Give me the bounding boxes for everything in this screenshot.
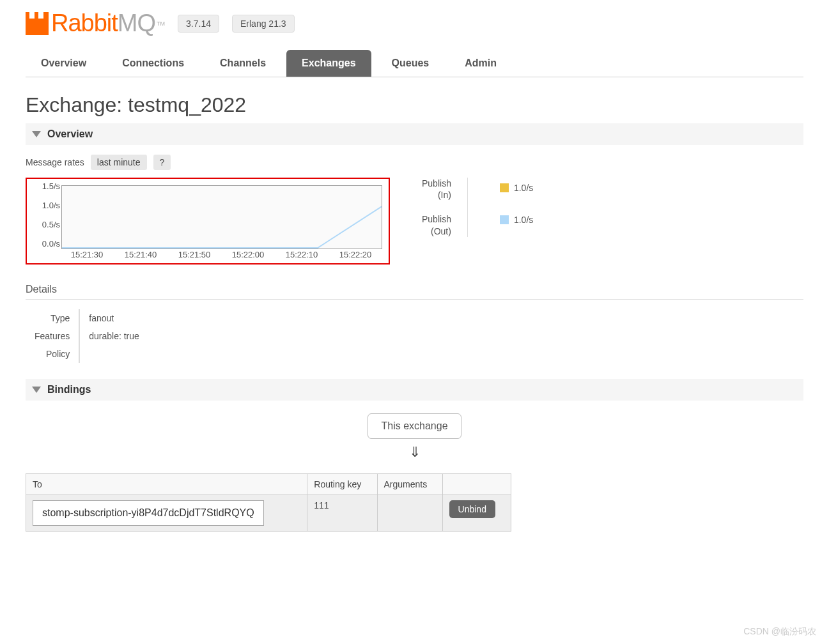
rates-chart-highlight: 1.5/s 1.0/s 0.5/s 0.0/s 15:21:30 15:21:4… [26, 178, 390, 264]
rates-chart: 1.5/s 1.0/s 0.5/s 0.0/s 15:21:30 15:21:4… [31, 183, 385, 259]
rates-legend-values: 1.0/s 1.0/s [500, 178, 533, 225]
page-title: Exchange: testmq_2022 [26, 93, 803, 117]
detail-policy-label: Policy [26, 345, 79, 363]
tab-queues[interactable]: Queues [376, 50, 445, 77]
y-tick: 0.0/s [31, 239, 60, 249]
nav-tabs: Overview Connections Channels Exchanges … [26, 50, 803, 77]
col-arguments: Arguments [377, 474, 442, 495]
tab-channels[interactable]: Channels [205, 50, 281, 77]
chevron-down-icon [32, 131, 41, 137]
section-bindings-label: Bindings [47, 384, 91, 395]
binding-arguments [377, 495, 442, 532]
rates-period-select[interactable]: last minute [91, 155, 147, 170]
publish-in-value: 1.0/s [514, 183, 533, 193]
detail-type-value: fanout [79, 309, 148, 327]
col-to: To [26, 474, 307, 495]
publish-out-value: 1.0/s [514, 215, 533, 225]
tab-admin[interactable]: Admin [449, 50, 512, 77]
logo-text-mq: MQ [118, 10, 155, 36]
col-action [442, 474, 511, 495]
detail-policy-value [79, 345, 148, 363]
message-rates-label: Message rates [26, 157, 84, 167]
x-tick: 15:22:00 [232, 250, 265, 259]
legend-out-line2: (Out) [431, 226, 451, 236]
erlang-badge: Erlang 21.3 [232, 15, 295, 33]
legend-in-line1: Publish [422, 178, 451, 188]
detail-features-label: Features [26, 327, 79, 345]
series-publish-out [62, 206, 382, 248]
arrow-down-icon: ⇓ [409, 444, 421, 461]
legend-in-line2: (In) [438, 190, 451, 200]
unbind-button[interactable]: Unbind [449, 500, 495, 518]
col-routing-key: Routing key [307, 474, 377, 495]
detail-type-label: Type [26, 309, 79, 327]
tab-overview[interactable]: Overview [26, 50, 102, 77]
detail-features-value: durable: true [79, 327, 148, 345]
x-tick: 15:22:10 [286, 250, 318, 259]
y-tick: 0.5/s [31, 220, 60, 229]
exchange-node: This exchange [368, 413, 461, 439]
binding-destination[interactable]: stomp-subscription-yi8P4d7dcDjdT7StldRQY… [33, 500, 264, 526]
rates-legend-labels: Publish (In) Publish (Out) [422, 178, 468, 237]
tab-connections[interactable]: Connections [107, 50, 199, 77]
chevron-down-icon [32, 387, 41, 393]
swatch-gold-icon [500, 183, 509, 192]
binding-row: stomp-subscription-yi8P4d7dcDjdT7StldRQY… [26, 495, 511, 532]
x-tick: 15:21:50 [178, 250, 211, 259]
details-heading: Details [26, 284, 803, 300]
swatch-blue-icon [500, 215, 509, 224]
section-overview-label: Overview [47, 128, 93, 140]
y-tick: 1.0/s [31, 201, 60, 210]
logo[interactable]: RabbitMQ TM [26, 10, 165, 37]
y-tick: 1.5/s [31, 181, 60, 191]
logo-text-main: Rabbit [51, 10, 118, 36]
app-header: RabbitMQ TM 3.7.14 Erlang 21.3 [26, 0, 803, 43]
x-tick: 15:22:20 [339, 250, 372, 259]
x-tick: 15:21:30 [71, 250, 104, 259]
logo-tm: TM [157, 20, 165, 27]
binding-routing-key: 111 [307, 495, 377, 532]
help-icon[interactable]: ? [153, 155, 171, 170]
legend-out-line1: Publish [422, 214, 451, 224]
bindings-table: To Routing key Arguments stomp-subscript… [26, 473, 511, 532]
section-overview-toggle[interactable]: Overview [26, 123, 803, 145]
x-tick: 15:21:40 [125, 250, 157, 259]
details-table: Type fanout Features durable: true Polic… [26, 309, 148, 363]
rabbit-icon [26, 12, 49, 35]
tab-exchanges[interactable]: Exchanges [286, 50, 371, 77]
version-badge: 3.7.14 [178, 15, 219, 33]
section-bindings-toggle[interactable]: Bindings [26, 379, 803, 401]
